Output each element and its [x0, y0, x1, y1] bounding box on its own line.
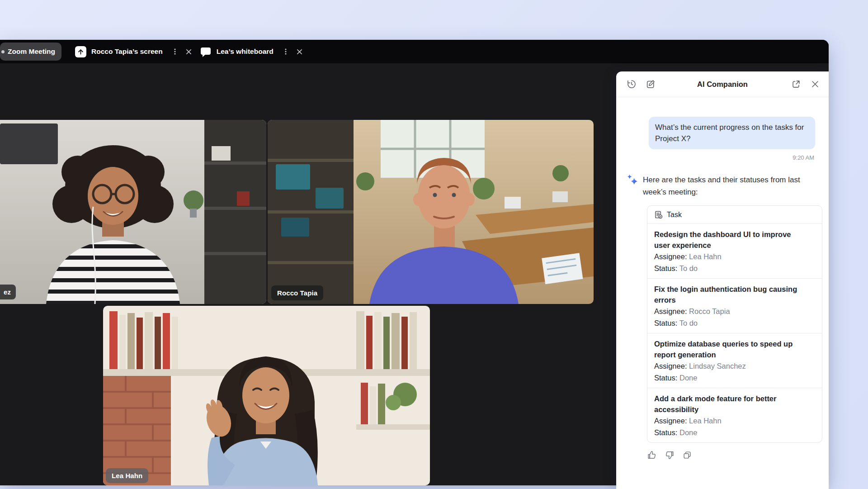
tab-menu-icon[interactable] — [281, 47, 290, 56]
thumbs-down-icon[interactable] — [665, 450, 675, 461]
task-assignee: Assignee: Lea Hahn — [654, 415, 815, 427]
task-card-header-label: Task — [667, 211, 682, 219]
whiteboard-icon — [200, 46, 212, 57]
task-assignee: Assignee: Rocco Tapia — [654, 305, 815, 317]
message-feedback-bar — [647, 450, 822, 461]
tab-label: Lea’s whiteboard — [217, 47, 274, 56]
participant-name-tag: Lea Hahn — [106, 468, 148, 483]
tab-close-icon[interactable] — [295, 47, 304, 56]
task-status: Status: Done — [654, 427, 815, 438]
ai-companion-sparkle-icon — [626, 174, 639, 186]
task-status: Status: To do — [654, 262, 815, 274]
video-tile-rocco: Rocco Tapia — [268, 120, 594, 304]
task-title: Optimize database queries to speed up re… — [654, 338, 800, 360]
chat-thread: What’s the current progress on the tasks… — [616, 117, 829, 461]
tab-label: Zoom Meeting — [8, 47, 55, 56]
ai-message-text: Here are the tasks and their statuses fr… — [643, 173, 803, 198]
task-assignee: Assignee: Lea Hahn — [654, 251, 815, 262]
task-clipboard-icon — [654, 210, 663, 219]
task-title: Fix the login authentication bug causing… — [654, 284, 800, 305]
video-tile-participant-1: ez — [0, 120, 266, 304]
tab-label: Rocco Tapia’s screen — [91, 47, 163, 56]
task-title: Add a dark mode feature for better acces… — [654, 393, 800, 415]
participant-video-frame — [0, 120, 266, 304]
task-title: Redesign the dashboard UI to improve use… — [654, 229, 800, 251]
new-chat-icon[interactable] — [645, 79, 656, 90]
tab-zoom-meeting[interactable]: Zoom Meeting — [0, 43, 61, 61]
pop-out-icon[interactable] — [791, 79, 802, 90]
close-icon[interactable] — [810, 79, 821, 90]
thumbs-up-icon[interactable] — [647, 450, 658, 461]
task-item: Optimize database queries to speed up re… — [647, 333, 822, 388]
video-tile-lea: Lea Hahn — [103, 306, 430, 485]
tab-bar: Zoom Meeting Rocco Tapia’s screen Lea’ — [0, 40, 829, 63]
tab-rocco-screen[interactable]: Rocco Tapia’s screen — [75, 46, 193, 57]
message-timestamp: 9:20 AM — [626, 154, 814, 161]
tab-lea-whiteboard[interactable]: Lea’s whiteboard — [200, 46, 304, 57]
participant-name-tag: Rocco Tapia — [271, 285, 323, 300]
participant-video-frame — [268, 120, 594, 304]
task-assignee: Assignee: Lindsay Sanchez — [654, 360, 815, 372]
ai-companion-panel: AI Companion What’s the current progress… — [616, 71, 829, 489]
task-item: Redesign the dashboard UI to improve use… — [647, 224, 822, 279]
tab-indicator-dot — [1, 50, 5, 53]
copy-icon[interactable] — [682, 450, 693, 461]
tab-close-icon[interactable] — [184, 47, 193, 56]
share-screen-icon — [75, 46, 86, 57]
task-card-header: Task — [647, 206, 822, 224]
task-item: Fix the login authentication bug causing… — [647, 279, 822, 333]
ai-message: Here are the tasks and their statuses fr… — [626, 173, 822, 198]
task-status: Status: Done — [654, 372, 815, 384]
user-message-bubble: What’s the current progress on the tasks… — [649, 117, 815, 149]
participant-name-tag: ez — [0, 285, 16, 299]
task-status-card: Task Redesign the dashboard UI to improv… — [647, 205, 822, 443]
ai-panel-header: AI Companion — [616, 71, 829, 97]
desktop-background: Zoom Meeting Rocco Tapia’s screen Lea’ — [0, 0, 868, 489]
task-status: Status: To do — [654, 317, 815, 329]
participant-video-frame — [103, 306, 430, 485]
task-item: Add a dark mode feature for better acces… — [647, 388, 822, 442]
history-icon[interactable] — [626, 79, 637, 90]
panel-title: AI Companion — [697, 80, 748, 89]
tab-menu-icon[interactable] — [170, 47, 179, 56]
